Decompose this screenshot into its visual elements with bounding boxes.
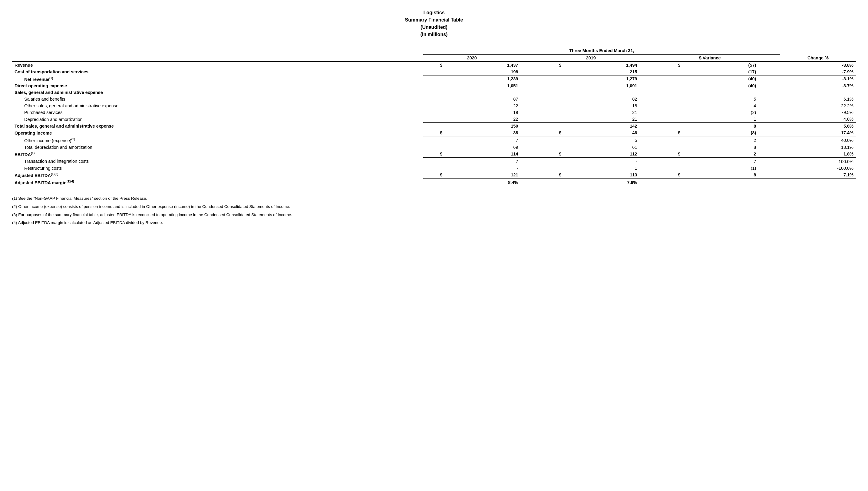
val-change: 22.2%	[780, 103, 856, 109]
sign-variance	[661, 89, 683, 96]
table-row: Purchased services1921(2)-9.5%	[12, 109, 856, 116]
sign-variance	[661, 96, 683, 103]
val-2020: 7	[445, 137, 521, 144]
sign-2020	[423, 96, 445, 103]
row-label: Purchased services	[12, 109, 423, 116]
table-row: Net revenue(1)1,2391,279(40)-3.1%	[12, 76, 856, 83]
row-label: Restructuring costs	[12, 165, 423, 172]
footnote: (2) Other income (expense) consists of p…	[12, 203, 856, 210]
sign-variance	[661, 82, 683, 89]
val-change: 40.0%	[780, 137, 856, 144]
sign-2020	[423, 116, 445, 123]
val-2019: 61	[564, 144, 640, 151]
column-headers-row: 2020 2019 $ Variance Change %	[12, 55, 856, 62]
table-row: Operating income$38$46$(8)-17.4%	[12, 129, 856, 137]
val-variance: (40)	[683, 82, 758, 89]
row-label: Depreciation and amortization	[12, 116, 423, 123]
val-2019: 46	[564, 129, 640, 137]
table-row: Total sales, general and administrative …	[12, 123, 856, 130]
sign-2019	[542, 68, 564, 76]
sign-2019	[542, 76, 564, 83]
header-period-row: Three Months Ended March 31,	[12, 47, 856, 55]
sign-2019	[542, 157, 564, 165]
row-label: Net revenue(1)	[12, 76, 423, 83]
sign-variance: $	[661, 61, 683, 68]
table-row: Total depreciation and amortization69618…	[12, 144, 856, 151]
val-2019: 21	[564, 116, 640, 123]
sign-variance	[661, 103, 683, 109]
val-change: -7.9%	[780, 68, 856, 76]
sign-variance	[661, 68, 683, 76]
val-2019: 215	[564, 68, 640, 76]
val-2020: -	[445, 165, 521, 172]
val-variance: (1)	[683, 165, 758, 172]
val-variance: (2)	[683, 109, 758, 116]
val-variance: (57)	[683, 61, 758, 68]
sign-variance	[661, 123, 683, 130]
footnote: (4) Adjusted EBITDA margin is calculated…	[12, 220, 856, 226]
val-change	[780, 179, 856, 186]
val-2019: 1,279	[564, 76, 640, 83]
val-2020: 19	[445, 109, 521, 116]
sign-2019	[542, 116, 564, 123]
val-2019: 18	[564, 103, 640, 109]
sign-2019	[542, 82, 564, 89]
val-change: -3.7%	[780, 82, 856, 89]
sign-2020	[423, 82, 445, 89]
sign-2020	[423, 76, 445, 83]
val-variance: (8)	[683, 129, 758, 137]
table-row: Adjusted EBITDA margin(1)(4)8.4%7.6%	[12, 179, 856, 186]
val-variance: 1	[683, 116, 758, 123]
header-2020: 2020	[423, 55, 521, 62]
val-2020: 1,051	[445, 82, 521, 89]
val-2020: 38	[445, 129, 521, 137]
row-label: Sales, general and administrative expens…	[12, 89, 423, 96]
row-label: Direct operating expense	[12, 82, 423, 89]
sign-variance	[661, 109, 683, 116]
sign-2019: $	[542, 172, 564, 179]
page-title: Logistics Summary Financial Table (Unaud…	[12, 9, 856, 38]
sign-variance	[661, 179, 683, 186]
val-change: -3.8%	[780, 61, 856, 68]
val-change: -9.5%	[780, 109, 856, 116]
sign-variance: $	[661, 151, 683, 158]
val-2019: 5	[564, 137, 640, 144]
sign-variance	[661, 76, 683, 83]
val-2020: 198	[445, 68, 521, 76]
period-header: Three Months Ended March 31,	[423, 47, 780, 55]
val-2019: 1	[564, 165, 640, 172]
row-label: Cost of transportation and services	[12, 68, 423, 76]
table-row: Restructuring costs-1(1)-100.0%	[12, 165, 856, 172]
val-2019: 7.6%	[564, 179, 640, 186]
row-label: Operating income	[12, 129, 423, 137]
sign-2020: $	[423, 172, 445, 179]
sign-2019: $	[542, 61, 564, 68]
sign-2020	[423, 157, 445, 165]
table-row: Sales, general and administrative expens…	[12, 89, 856, 96]
val-change: 4.8%	[780, 116, 856, 123]
row-label: Salaries and benefits	[12, 96, 423, 103]
val-variance: 8	[683, 123, 758, 130]
table-row: Direct operating expense1,0511,091(40)-3…	[12, 82, 856, 89]
val-change: -3.1%	[780, 76, 856, 83]
sign-2019: $	[542, 151, 564, 158]
val-variance: 4	[683, 103, 758, 109]
row-label: Other income (expense)(2)	[12, 137, 423, 144]
val-2019: 142	[564, 123, 640, 130]
sign-2020	[423, 137, 445, 144]
val-2019: -	[564, 157, 640, 165]
row-label: Other sales, general and administrative …	[12, 103, 423, 109]
sign-variance	[661, 137, 683, 144]
val-variance: 2	[683, 151, 758, 158]
val-variance	[683, 89, 758, 96]
row-label: Adjusted EBITDA(1)(3)	[12, 172, 423, 179]
sign-2020	[423, 179, 445, 186]
table-row: Salaries and benefits878256.1%	[12, 96, 856, 103]
val-change: 13.1%	[780, 144, 856, 151]
sign-2019	[542, 165, 564, 172]
row-label: Total depreciation and amortization	[12, 144, 423, 151]
val-2020: 7	[445, 157, 521, 165]
val-2019	[564, 89, 640, 96]
table-row: Other sales, general and administrative …	[12, 103, 856, 109]
sign-2019	[542, 109, 564, 116]
